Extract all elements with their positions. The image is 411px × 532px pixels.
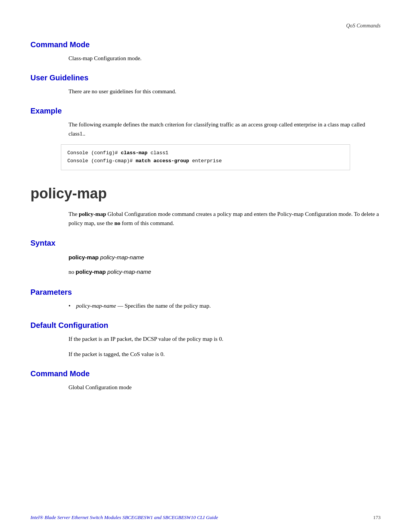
section-heading-command-mode-2: Command Mode bbox=[30, 369, 381, 378]
no-bold: no bbox=[114, 220, 120, 226]
default-config-line1: If the packet is an IP packet, the DCSP … bbox=[30, 334, 381, 343]
syntax-line-1: policy-map policy-map-name bbox=[30, 252, 381, 263]
section-heading-user-guidelines: User Guidelines bbox=[30, 73, 381, 82]
default-config-line2: If the packet is tagged, the CoS value i… bbox=[30, 350, 381, 359]
syntax-line-2: no policy-map policy-map-name bbox=[30, 267, 381, 277]
footer-page-number: 173 bbox=[373, 514, 381, 521]
code-block: Console (config)# class-map class1 Conso… bbox=[61, 144, 350, 170]
code-line-1: Console (config)# class-map class1 bbox=[67, 149, 344, 157]
policy-map-intro: The policy-map Global Configuration mode… bbox=[30, 209, 381, 228]
code-line-2: Console (config-cmap)# match access-grou… bbox=[67, 157, 344, 165]
section-heading-command-mode-1: Command Mode bbox=[30, 40, 381, 49]
page-footer: Intel® Blade Server Ethernet Switch Modu… bbox=[0, 514, 411, 521]
example-content: The following example defines the match … bbox=[30, 120, 381, 138]
user-guidelines-content: There are no user guidelines for this co… bbox=[30, 87, 381, 96]
section-heading-default-configuration: Default Configuration bbox=[30, 321, 381, 330]
policy-map-title: policy-map bbox=[30, 185, 381, 202]
parameter-item-1: policy-map-name — Specifies the name of … bbox=[30, 301, 381, 310]
footer-left-text: Intel® Blade Server Ethernet Switch Modu… bbox=[30, 514, 218, 521]
policy-map-bold: policy-map bbox=[79, 211, 106, 217]
section-heading-example: Example bbox=[30, 107, 381, 115]
section-heading-syntax: Syntax bbox=[30, 239, 381, 248]
page-header: QoS Commands bbox=[30, 15, 381, 29]
section-heading-parameters: Parameters bbox=[30, 288, 381, 297]
command-mode-1-content: Class-map Configuration mode. bbox=[30, 54, 381, 63]
command-mode-2-content: Global Configuration mode bbox=[30, 383, 381, 392]
